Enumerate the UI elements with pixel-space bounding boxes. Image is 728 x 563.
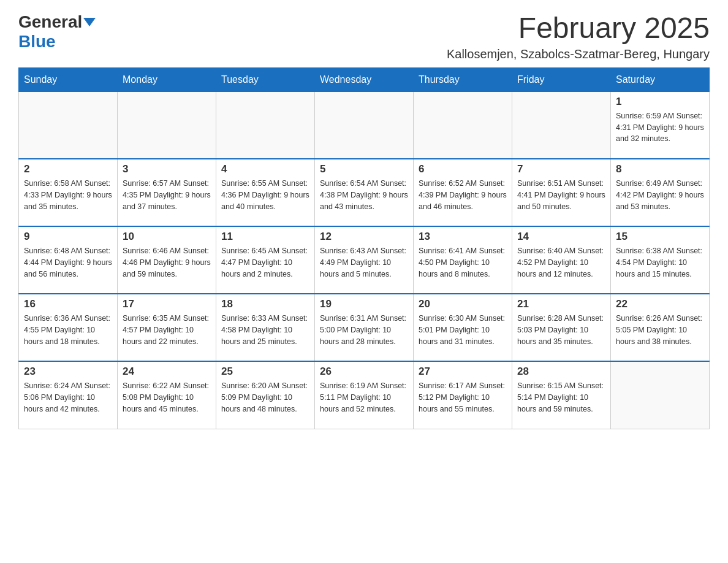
table-row: 17Sunrise: 6:35 AM Sunset: 4:57 PM Dayli…: [118, 294, 216, 361]
table-row: [216, 91, 315, 159]
table-row: 24Sunrise: 6:22 AM Sunset: 5:08 PM Dayli…: [118, 361, 216, 429]
day-number: 5: [320, 163, 408, 175]
day-number: 2: [24, 163, 112, 175]
day-info: Sunrise: 6:41 AM Sunset: 4:50 PM Dayligh…: [419, 245, 507, 280]
day-number: 17: [123, 298, 211, 310]
day-number: 10: [123, 231, 211, 243]
day-info: Sunrise: 6:55 AM Sunset: 4:36 PM Dayligh…: [221, 178, 309, 212]
day-number: 18: [221, 298, 309, 310]
day-info: Sunrise: 6:54 AM Sunset: 4:38 PM Dayligh…: [320, 178, 408, 212]
day-info: Sunrise: 6:20 AM Sunset: 5:09 PM Dayligh…: [221, 380, 309, 415]
day-info: Sunrise: 6:22 AM Sunset: 5:08 PM Dayligh…: [123, 380, 211, 415]
page-header: General Blue February 2025 Kallosemjen, …: [18, 12, 710, 61]
day-number: 4: [221, 163, 309, 175]
calendar-week-row: 1Sunrise: 6:59 AM Sunset: 4:31 PM Daylig…: [19, 91, 710, 159]
table-row: 5Sunrise: 6:54 AM Sunset: 4:38 PM Daylig…: [315, 159, 414, 226]
day-info: Sunrise: 6:59 AM Sunset: 4:31 PM Dayligh…: [616, 110, 704, 145]
day-number: 28: [517, 366, 605, 378]
day-info: Sunrise: 6:24 AM Sunset: 5:06 PM Dayligh…: [24, 380, 112, 415]
header-wednesday: Wednesday: [315, 67, 414, 91]
day-number: 6: [419, 163, 507, 175]
day-number: 21: [517, 298, 605, 310]
day-number: 12: [320, 231, 408, 243]
day-number: 24: [123, 366, 211, 378]
table-row: 9Sunrise: 6:48 AM Sunset: 4:44 PM Daylig…: [19, 226, 118, 294]
table-row: 6Sunrise: 6:52 AM Sunset: 4:39 PM Daylig…: [414, 159, 512, 226]
location-title: Kallosemjen, Szabolcs-Szatmar-Bereg, Hun…: [447, 47, 710, 61]
table-row: 1Sunrise: 6:59 AM Sunset: 4:31 PM Daylig…: [611, 91, 710, 159]
day-info: Sunrise: 6:38 AM Sunset: 4:54 PM Dayligh…: [616, 245, 704, 280]
day-number: 3: [123, 163, 211, 175]
day-number: 9: [24, 231, 112, 243]
table-row: 7Sunrise: 6:51 AM Sunset: 4:41 PM Daylig…: [512, 159, 611, 226]
day-info: Sunrise: 6:30 AM Sunset: 5:01 PM Dayligh…: [419, 313, 507, 347]
day-number: 25: [221, 366, 309, 378]
day-info: Sunrise: 6:28 AM Sunset: 5:03 PM Dayligh…: [517, 313, 605, 347]
table-row: [315, 91, 414, 159]
day-info: Sunrise: 6:31 AM Sunset: 5:00 PM Dayligh…: [320, 313, 408, 347]
table-row: [512, 91, 611, 159]
day-info: Sunrise: 6:45 AM Sunset: 4:47 PM Dayligh…: [221, 245, 309, 280]
calendar-week-row: 16Sunrise: 6:36 AM Sunset: 4:55 PM Dayli…: [19, 294, 710, 361]
table-row: 26Sunrise: 6:19 AM Sunset: 5:11 PM Dayli…: [315, 361, 414, 429]
table-row: 3Sunrise: 6:57 AM Sunset: 4:35 PM Daylig…: [118, 159, 216, 226]
day-info: Sunrise: 6:15 AM Sunset: 5:14 PM Dayligh…: [517, 380, 605, 415]
title-block: February 2025 Kallosemjen, Szabolcs-Szat…: [447, 12, 710, 61]
day-number: 19: [320, 298, 408, 310]
table-row: [19, 91, 118, 159]
table-row: 4Sunrise: 6:55 AM Sunset: 4:36 PM Daylig…: [216, 159, 315, 226]
day-number: 27: [419, 366, 507, 378]
logo-blue-text: Blue: [18, 32, 56, 52]
table-row: 16Sunrise: 6:36 AM Sunset: 4:55 PM Dayli…: [19, 294, 118, 361]
table-row: 12Sunrise: 6:43 AM Sunset: 4:49 PM Dayli…: [315, 226, 414, 294]
weekday-header-row: Sunday Monday Tuesday Wednesday Thursday…: [19, 67, 710, 91]
day-info: Sunrise: 6:51 AM Sunset: 4:41 PM Dayligh…: [517, 178, 605, 212]
table-row: 15Sunrise: 6:38 AM Sunset: 4:54 PM Dayli…: [611, 226, 710, 294]
header-monday: Monday: [118, 67, 216, 91]
header-tuesday: Tuesday: [216, 67, 315, 91]
table-row: 20Sunrise: 6:30 AM Sunset: 5:01 PM Dayli…: [414, 294, 512, 361]
header-saturday: Saturday: [611, 67, 710, 91]
day-number: 11: [221, 231, 309, 243]
table-row: [414, 91, 512, 159]
table-row: 25Sunrise: 6:20 AM Sunset: 5:09 PM Dayli…: [216, 361, 315, 429]
day-info: Sunrise: 6:35 AM Sunset: 4:57 PM Dayligh…: [123, 313, 211, 347]
table-row: 10Sunrise: 6:46 AM Sunset: 4:46 PM Dayli…: [118, 226, 216, 294]
table-row: 8Sunrise: 6:49 AM Sunset: 4:42 PM Daylig…: [611, 159, 710, 226]
table-row: [611, 361, 710, 429]
table-row: 2Sunrise: 6:58 AM Sunset: 4:33 PM Daylig…: [19, 159, 118, 226]
day-info: Sunrise: 6:57 AM Sunset: 4:35 PM Dayligh…: [123, 178, 211, 212]
day-number: 26: [320, 366, 408, 378]
table-row: 14Sunrise: 6:40 AM Sunset: 4:52 PM Dayli…: [512, 226, 611, 294]
table-row: [118, 91, 216, 159]
table-row: 18Sunrise: 6:33 AM Sunset: 4:58 PM Dayli…: [216, 294, 315, 361]
day-info: Sunrise: 6:43 AM Sunset: 4:49 PM Dayligh…: [320, 245, 408, 280]
day-number: 7: [517, 163, 605, 175]
calendar-week-row: 23Sunrise: 6:24 AM Sunset: 5:06 PM Dayli…: [19, 361, 710, 429]
day-info: Sunrise: 6:19 AM Sunset: 5:11 PM Dayligh…: [320, 380, 408, 415]
day-number: 14: [517, 231, 605, 243]
header-thursday: Thursday: [414, 67, 512, 91]
month-title: February 2025: [447, 12, 710, 45]
table-row: 19Sunrise: 6:31 AM Sunset: 5:00 PM Dayli…: [315, 294, 414, 361]
day-info: Sunrise: 6:17 AM Sunset: 5:12 PM Dayligh…: [419, 380, 507, 415]
calendar-week-row: 9Sunrise: 6:48 AM Sunset: 4:44 PM Daylig…: [19, 226, 710, 294]
day-number: 22: [616, 298, 704, 310]
day-number: 16: [24, 298, 112, 310]
table-row: 28Sunrise: 6:15 AM Sunset: 5:14 PM Dayli…: [512, 361, 611, 429]
table-row: 27Sunrise: 6:17 AM Sunset: 5:12 PM Dayli…: [414, 361, 512, 429]
calendar-week-row: 2Sunrise: 6:58 AM Sunset: 4:33 PM Daylig…: [19, 159, 710, 226]
header-friday: Friday: [512, 67, 611, 91]
table-row: 23Sunrise: 6:24 AM Sunset: 5:06 PM Dayli…: [19, 361, 118, 429]
day-info: Sunrise: 6:48 AM Sunset: 4:44 PM Dayligh…: [24, 245, 112, 280]
day-info: Sunrise: 6:49 AM Sunset: 4:42 PM Dayligh…: [616, 178, 704, 212]
day-info: Sunrise: 6:46 AM Sunset: 4:46 PM Dayligh…: [123, 245, 211, 280]
day-info: Sunrise: 6:36 AM Sunset: 4:55 PM Dayligh…: [24, 313, 112, 347]
logo-general-text: General: [18, 12, 82, 32]
logo-arrow-icon: [83, 18, 96, 26]
table-row: 11Sunrise: 6:45 AM Sunset: 4:47 PM Dayli…: [216, 226, 315, 294]
day-info: Sunrise: 6:33 AM Sunset: 4:58 PM Dayligh…: [221, 313, 309, 347]
table-row: 22Sunrise: 6:26 AM Sunset: 5:05 PM Dayli…: [611, 294, 710, 361]
calendar-table: Sunday Monday Tuesday Wednesday Thursday…: [18, 67, 710, 429]
table-row: 13Sunrise: 6:41 AM Sunset: 4:50 PM Dayli…: [414, 226, 512, 294]
